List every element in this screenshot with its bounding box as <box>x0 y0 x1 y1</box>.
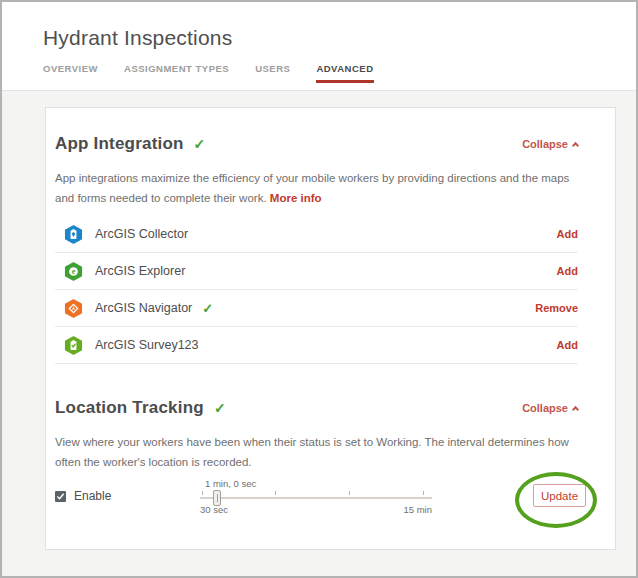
integrated-check-icon: ✓ <box>202 301 213 316</box>
survey123-app-icon <box>64 336 83 355</box>
tab-assignment-types[interactable]: ASSIGNMENT TYPES <box>124 63 229 83</box>
page-header: Hydrant Inspections OVERVIEW ASSIGNMENT … <box>2 2 636 91</box>
tab-bar: OVERVIEW ASSIGNMENT TYPES USERS ADVANCED <box>43 63 636 83</box>
advanced-settings-card: App Integration ✓ Collapse App integrati… <box>45 107 616 550</box>
explorer-app-icon: e <box>64 262 83 281</box>
collector-app-icon <box>64 225 83 244</box>
collapse-label: Collapse <box>522 402 568 414</box>
slider-tick <box>275 491 276 495</box>
more-info-link[interactable]: More info <box>270 192 322 204</box>
chevron-up-icon <box>572 406 579 413</box>
app-name: ArcGIS Survey123 <box>95 338 199 352</box>
location-tracking-collapse-link[interactable]: Collapse <box>522 402 578 414</box>
slider-tick <box>349 491 350 495</box>
chevron-up-icon <box>572 142 579 149</box>
app-integration-description: App integrations maximize the efficiency… <box>55 168 578 208</box>
workforce-project-page: Hydrant Inspections OVERVIEW ASSIGNMENT … <box>0 0 638 578</box>
tracking-controls-row: Enable 1 min, 0 sec 30 sec 15 min Update <box>55 478 578 542</box>
app-name: ArcGIS Collector <box>95 227 188 241</box>
app-list: ArcGIS Collector Add e ArcGIS Explorer A… <box>55 216 578 364</box>
collapse-label: Collapse <box>522 138 568 150</box>
slider-track[interactable] <box>200 497 432 499</box>
location-tracking-header: Location Tracking ✓ Collapse <box>55 398 578 418</box>
tab-overview[interactable]: OVERVIEW <box>43 63 98 83</box>
location-tracking-title: Location Tracking <box>55 398 204 418</box>
enable-label: Enable <box>74 489 111 503</box>
svg-text:e: e <box>72 267 76 276</box>
app-integration-title: App Integration <box>55 134 184 154</box>
section-check-icon: ✓ <box>194 136 206 152</box>
section-check-icon: ✓ <box>214 400 226 416</box>
app-name: ArcGIS Explorer <box>95 264 185 278</box>
tab-users[interactable]: USERS <box>255 63 290 83</box>
navigator-remove-link[interactable]: Remove <box>535 302 578 314</box>
enable-checkbox-group[interactable]: Enable <box>55 489 111 503</box>
app-integration-header: App Integration ✓ Collapse <box>55 134 578 154</box>
checkbox-check-icon <box>56 492 65 501</box>
app-row-navigator: ArcGIS Navigator ✓ Remove <box>55 290 578 327</box>
explorer-add-link[interactable]: Add <box>557 265 578 277</box>
enable-checkbox[interactable] <box>55 491 66 502</box>
app-row-explorer: e ArcGIS Explorer Add <box>55 253 578 290</box>
app-integration-collapse-link[interactable]: Collapse <box>522 138 578 150</box>
collector-add-link[interactable]: Add <box>557 228 578 240</box>
tab-advanced[interactable]: ADVANCED <box>316 63 373 83</box>
navigator-app-icon <box>64 299 83 318</box>
slider-min-label: 30 sec <box>200 504 228 515</box>
app-row-survey123: ArcGIS Survey123 Add <box>55 327 578 364</box>
location-tracking-description: View where your workers have been when t… <box>55 432 578 472</box>
survey123-add-link[interactable]: Add <box>557 339 578 351</box>
interval-slider[interactable]: 1 min, 0 sec 30 sec 15 min <box>200 478 432 518</box>
app-row-collector: ArcGIS Collector Add <box>55 216 578 253</box>
slider-tick <box>423 491 424 495</box>
slider-tick <box>202 491 203 495</box>
update-button[interactable]: Update <box>533 484 586 507</box>
slider-value-label: 1 min, 0 sec <box>205 478 256 489</box>
page-title: Hydrant Inspections <box>43 26 636 50</box>
slider-max-label: 15 min <box>403 504 432 515</box>
app-name: ArcGIS Navigator <box>95 301 192 315</box>
